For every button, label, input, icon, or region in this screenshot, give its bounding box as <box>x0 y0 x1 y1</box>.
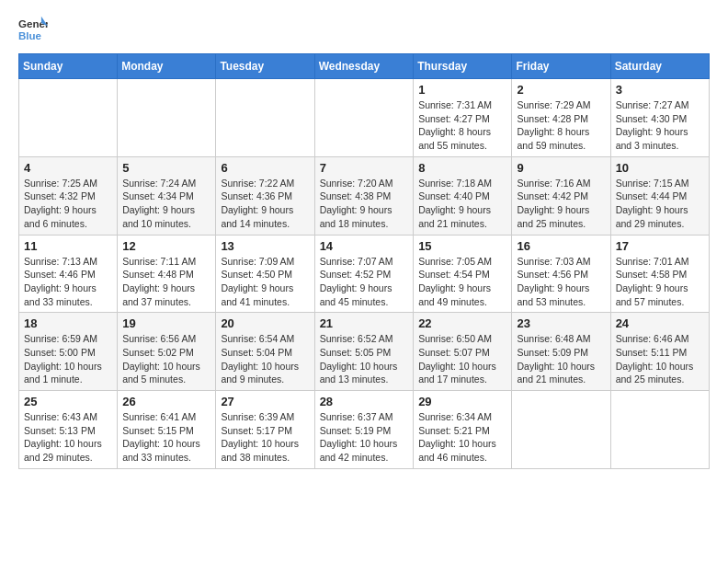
calendar-cell: 27Sunrise: 6:39 AM Sunset: 5:17 PM Dayli… <box>216 391 314 469</box>
day-number: 4 <box>24 161 112 175</box>
calendar-cell: 19Sunrise: 6:56 AM Sunset: 5:02 PM Dayli… <box>118 313 216 391</box>
calendar-cell: 26Sunrise: 6:41 AM Sunset: 5:15 PM Dayli… <box>118 391 216 469</box>
calendar-cell: 5Sunrise: 7:24 AM Sunset: 4:34 PM Daylig… <box>118 156 216 235</box>
day-info: Sunrise: 7:20 AM Sunset: 4:38 PM Dayligh… <box>320 177 409 231</box>
calendar-cell: 22Sunrise: 6:50 AM Sunset: 5:07 PM Dayli… <box>414 313 512 391</box>
day-info: Sunrise: 7:03 AM Sunset: 4:56 PM Dayligh… <box>517 255 605 309</box>
calendar-cell: 12Sunrise: 7:11 AM Sunset: 4:48 PM Dayli… <box>118 235 216 313</box>
day-info: Sunrise: 7:11 AM Sunset: 4:48 PM Dayligh… <box>122 255 210 309</box>
calendar-header-row: SundayMondayTuesdayWednesdayThursdayFrid… <box>19 54 710 79</box>
calendar-cell: 10Sunrise: 7:15 AM Sunset: 4:44 PM Dayli… <box>610 156 709 235</box>
calendar-cell: 28Sunrise: 6:37 AM Sunset: 5:19 PM Dayli… <box>314 391 414 469</box>
calendar-cell <box>19 79 118 157</box>
calendar-cell: 11Sunrise: 7:13 AM Sunset: 4:46 PM Dayli… <box>19 235 118 313</box>
calendar-cell <box>512 391 610 469</box>
day-info: Sunrise: 7:18 AM Sunset: 4:40 PM Dayligh… <box>418 177 506 231</box>
day-info: Sunrise: 7:07 AM Sunset: 4:52 PM Dayligh… <box>320 255 409 309</box>
day-info: Sunrise: 6:43 AM Sunset: 5:13 PM Dayligh… <box>24 410 112 465</box>
day-info: Sunrise: 6:34 AM Sunset: 5:21 PM Dayligh… <box>418 410 506 465</box>
calendar-cell: 6Sunrise: 7:22 AM Sunset: 4:36 PM Daylig… <box>216 156 314 235</box>
calendar-header-wednesday: Wednesday <box>314 54 414 79</box>
day-number: 14 <box>320 239 409 253</box>
day-info: Sunrise: 6:41 AM Sunset: 5:15 PM Dayligh… <box>122 410 210 465</box>
day-number: 15 <box>418 239 506 253</box>
day-info: Sunrise: 7:09 AM Sunset: 4:50 PM Dayligh… <box>221 255 309 309</box>
day-info: Sunrise: 6:39 AM Sunset: 5:17 PM Dayligh… <box>221 410 309 465</box>
page-header: General Blue <box>18 15 710 44</box>
day-info: Sunrise: 6:48 AM Sunset: 5:09 PM Dayligh… <box>517 332 605 386</box>
day-info: Sunrise: 6:59 AM Sunset: 5:00 PM Dayligh… <box>24 332 112 386</box>
day-info: Sunrise: 7:16 AM Sunset: 4:42 PM Dayligh… <box>517 177 605 231</box>
calendar-body: 1Sunrise: 7:31 AM Sunset: 4:27 PM Daylig… <box>19 79 710 469</box>
calendar-cell <box>314 79 414 157</box>
calendar-cell: 16Sunrise: 7:03 AM Sunset: 4:56 PM Dayli… <box>512 235 610 313</box>
day-info: Sunrise: 6:37 AM Sunset: 5:19 PM Dayligh… <box>320 410 409 465</box>
day-number: 28 <box>320 395 409 408</box>
day-number: 12 <box>122 239 210 253</box>
calendar-header-monday: Monday <box>118 54 216 79</box>
calendar-cell: 3Sunrise: 7:27 AM Sunset: 4:30 PM Daylig… <box>610 79 709 157</box>
svg-text:Blue: Blue <box>18 30 42 41</box>
day-number: 22 <box>418 316 506 330</box>
day-info: Sunrise: 7:22 AM Sunset: 4:36 PM Dayligh… <box>221 177 309 231</box>
logo: General Blue <box>18 15 48 44</box>
calendar-cell: 8Sunrise: 7:18 AM Sunset: 4:40 PM Daylig… <box>414 156 512 235</box>
calendar-cell: 25Sunrise: 6:43 AM Sunset: 5:13 PM Dayli… <box>19 391 118 469</box>
calendar-cell: 13Sunrise: 7:09 AM Sunset: 4:50 PM Dayli… <box>216 235 314 313</box>
calendar-header-sunday: Sunday <box>19 54 118 79</box>
calendar-cell: 7Sunrise: 7:20 AM Sunset: 4:38 PM Daylig… <box>314 156 414 235</box>
calendar-cell: 17Sunrise: 7:01 AM Sunset: 4:58 PM Dayli… <box>610 235 709 313</box>
logo-icon: General Blue <box>18 15 48 44</box>
calendar-cell: 20Sunrise: 6:54 AM Sunset: 5:04 PM Dayli… <box>216 313 314 391</box>
day-info: Sunrise: 6:54 AM Sunset: 5:04 PM Dayligh… <box>221 332 309 386</box>
calendar-week-3: 11Sunrise: 7:13 AM Sunset: 4:46 PM Dayli… <box>19 235 710 313</box>
day-number: 11 <box>24 239 112 253</box>
calendar-cell: 14Sunrise: 7:07 AM Sunset: 4:52 PM Dayli… <box>314 235 414 313</box>
day-info: Sunrise: 7:27 AM Sunset: 4:30 PM Dayligh… <box>616 98 704 153</box>
day-info: Sunrise: 7:25 AM Sunset: 4:32 PM Dayligh… <box>24 177 112 231</box>
day-number: 20 <box>221 316 309 330</box>
day-info: Sunrise: 6:52 AM Sunset: 5:05 PM Dayligh… <box>320 332 409 386</box>
day-number: 25 <box>24 395 112 408</box>
calendar-header-tuesday: Tuesday <box>216 54 314 79</box>
calendar-cell: 29Sunrise: 6:34 AM Sunset: 5:21 PM Dayli… <box>414 391 512 469</box>
calendar-cell: 15Sunrise: 7:05 AM Sunset: 4:54 PM Dayli… <box>414 235 512 313</box>
day-info: Sunrise: 7:31 AM Sunset: 4:27 PM Dayligh… <box>418 98 506 153</box>
calendar-cell: 24Sunrise: 6:46 AM Sunset: 5:11 PM Dayli… <box>610 313 709 391</box>
day-number: 23 <box>517 316 605 330</box>
day-number: 26 <box>122 395 210 408</box>
day-info: Sunrise: 7:29 AM Sunset: 4:28 PM Dayligh… <box>517 98 605 153</box>
calendar-header-saturday: Saturday <box>610 54 709 79</box>
day-number: 1 <box>418 83 506 97</box>
day-number: 18 <box>24 316 112 330</box>
calendar-cell: 9Sunrise: 7:16 AM Sunset: 4:42 PM Daylig… <box>512 156 610 235</box>
day-info: Sunrise: 6:50 AM Sunset: 5:07 PM Dayligh… <box>418 332 506 386</box>
day-number: 13 <box>221 239 309 253</box>
calendar-cell <box>216 79 314 157</box>
day-info: Sunrise: 6:46 AM Sunset: 5:11 PM Dayligh… <box>616 332 704 386</box>
calendar-cell <box>118 79 216 157</box>
day-number: 8 <box>418 161 506 175</box>
calendar-week-2: 4Sunrise: 7:25 AM Sunset: 4:32 PM Daylig… <box>19 156 710 235</box>
calendar-cell <box>610 391 709 469</box>
calendar-week-1: 1Sunrise: 7:31 AM Sunset: 4:27 PM Daylig… <box>19 79 710 157</box>
day-number: 19 <box>122 316 210 330</box>
calendar-cell: 4Sunrise: 7:25 AM Sunset: 4:32 PM Daylig… <box>19 156 118 235</box>
calendar-week-4: 18Sunrise: 6:59 AM Sunset: 5:00 PM Dayli… <box>19 313 710 391</box>
day-number: 16 <box>517 239 605 253</box>
calendar-table: SundayMondayTuesdayWednesdayThursdayFrid… <box>18 53 710 469</box>
day-number: 9 <box>517 161 605 175</box>
day-info: Sunrise: 7:01 AM Sunset: 4:58 PM Dayligh… <box>616 255 704 309</box>
day-number: 10 <box>616 161 704 175</box>
calendar-cell: 21Sunrise: 6:52 AM Sunset: 5:05 PM Dayli… <box>314 313 414 391</box>
calendar-cell: 1Sunrise: 7:31 AM Sunset: 4:27 PM Daylig… <box>414 79 512 157</box>
day-number: 17 <box>616 239 704 253</box>
day-number: 5 <box>122 161 210 175</box>
day-number: 6 <box>221 161 309 175</box>
day-info: Sunrise: 7:15 AM Sunset: 4:44 PM Dayligh… <box>616 177 704 231</box>
calendar-week-5: 25Sunrise: 6:43 AM Sunset: 5:13 PM Dayli… <box>19 391 710 469</box>
calendar-cell: 18Sunrise: 6:59 AM Sunset: 5:00 PM Dayli… <box>19 313 118 391</box>
day-number: 27 <box>221 395 309 408</box>
day-number: 21 <box>320 316 409 330</box>
day-number: 29 <box>418 395 506 408</box>
